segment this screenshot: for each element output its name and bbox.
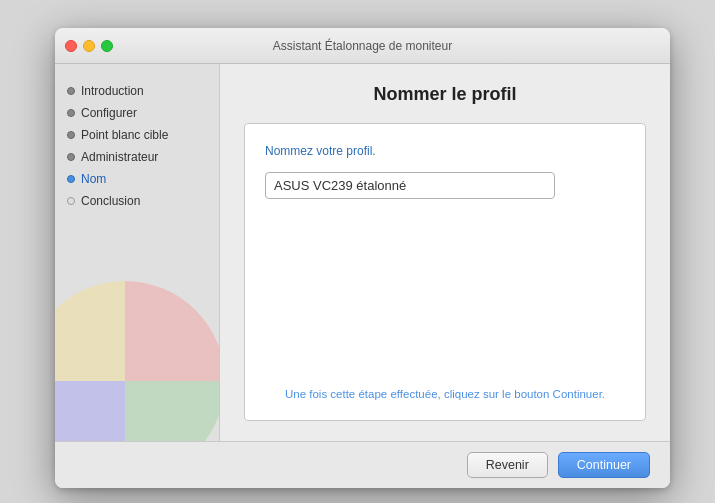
minimize-button[interactable] [83, 40, 95, 52]
sidebar-dot-configurer [67, 109, 75, 117]
dialog-body: Introduction Configurer Point blanc cibl… [55, 64, 670, 441]
sidebar-label-administrateur: Administrateur [81, 150, 158, 164]
sidebar-label-nom: Nom [81, 172, 106, 186]
sidebar-dot-nom [67, 175, 75, 183]
sidebar-dot-conclusion [67, 197, 75, 205]
sidebar-item-administrateur[interactable]: Administrateur [55, 146, 219, 168]
maximize-button[interactable] [101, 40, 113, 52]
bottom-hint: Une fois cette étape effectuée, cliquez … [265, 376, 625, 400]
sidebar-item-conclusion[interactable]: Conclusion [55, 190, 219, 212]
close-button[interactable] [65, 40, 77, 52]
sidebar-label-point-blanc: Point blanc cible [81, 128, 168, 142]
sidebar-decoration [55, 281, 220, 441]
dialog-footer: Revenir Continuer [55, 441, 670, 488]
profile-name-input[interactable] [265, 172, 555, 199]
title-bar: Assistant Étalonnage de moniteur [55, 28, 670, 64]
sidebar-item-nom[interactable]: Nom [55, 168, 219, 190]
sidebar: Introduction Configurer Point blanc cibl… [55, 64, 220, 441]
sidebar-label-configurer: Configurer [81, 106, 137, 120]
sidebar-dot-point-blanc [67, 131, 75, 139]
section-title: Nommer le profil [244, 84, 646, 105]
sidebar-item-configurer[interactable]: Configurer [55, 102, 219, 124]
sidebar-dot-introduction [67, 87, 75, 95]
spacer [265, 199, 625, 376]
instruction-text: Nommez votre profil. [265, 144, 625, 158]
main-content: Nommer le profil Nommez votre profil. Un… [220, 64, 670, 441]
sidebar-item-point-blanc[interactable]: Point blanc cible [55, 124, 219, 146]
continue-button[interactable]: Continuer [558, 452, 650, 478]
sidebar-label-conclusion: Conclusion [81, 194, 140, 208]
sidebar-dot-administrateur [67, 153, 75, 161]
window-title: Assistant Étalonnage de moniteur [273, 39, 452, 53]
content-area: Nommez votre profil. Une fois cette étap… [244, 123, 646, 421]
sidebar-label-introduction: Introduction [81, 84, 144, 98]
traffic-lights [65, 40, 113, 52]
back-button[interactable]: Revenir [467, 452, 548, 478]
sidebar-item-introduction[interactable]: Introduction [55, 80, 219, 102]
dialog-window: Assistant Étalonnage de moniteur Introdu… [55, 28, 670, 488]
